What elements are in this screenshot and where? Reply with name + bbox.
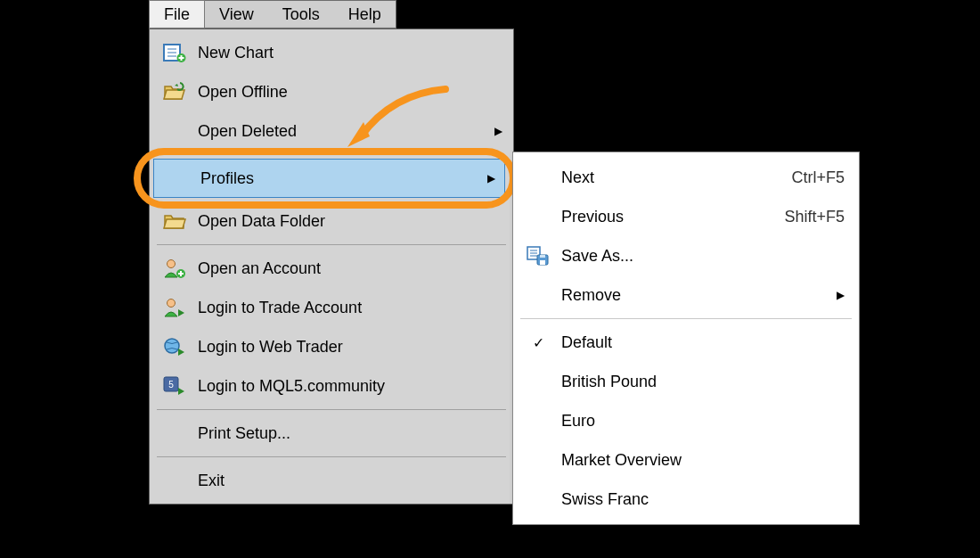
submenu-item-label: British Pound [556, 373, 845, 391]
user-add-icon [157, 258, 192, 279]
keyboard-shortcut: Shift+F5 [784, 208, 845, 226]
menu-view[interactable]: View [205, 1, 268, 28]
menu-separator [520, 318, 852, 319]
file-dropdown: New Chart Open Offline Open Deleted ▶ Op… [149, 29, 514, 505]
submenu-item-save-as[interactable]: Save As... [515, 236, 857, 275]
menu-item-label: Open an Account [192, 259, 502, 278]
submenu-item-label: Next [556, 168, 791, 187]
submenu-item-label: Market Overview [556, 451, 845, 470]
menubar: File View Tools Help [149, 0, 396, 29]
submenu-profile-swiss-franc[interactable]: Swiss Franc [515, 480, 857, 519]
svg-point-8 [165, 339, 179, 353]
menu-item-open-data-folder[interactable]: Open Data Folder [151, 201, 511, 241]
submenu-arrow-icon: ▶ [494, 125, 502, 137]
menu-item-label: Open Offline [192, 83, 502, 102]
submenu-item-label: Default [556, 333, 845, 352]
menu-item-login-trade[interactable]: Login to Trade Account [151, 288, 511, 327]
submenu-item-label: Save As... [556, 247, 845, 266]
submenu-item-remove[interactable]: Remove ▶ [515, 275, 857, 315]
mql5-icon: 5 [157, 375, 192, 397]
menu-view-label: View [219, 5, 254, 24]
submenu-profile-british-pound[interactable]: British Pound [515, 362, 857, 401]
keyboard-shortcut: Ctrl+F5 [791, 168, 845, 187]
menu-item-open-account[interactable]: Open an Account [151, 249, 511, 288]
menu-item-label: Profiles [195, 169, 487, 188]
menu-item-new-chart[interactable]: New Chart [151, 33, 511, 72]
menu-item-print-setup[interactable]: Print Setup... [151, 414, 511, 453]
new-chart-icon [157, 42, 192, 63]
folder-icon [157, 210, 192, 232]
profiles-submenu: Next Ctrl+F5 Previous Shift+F5 Save As..… [512, 152, 860, 525]
menu-item-exit[interactable]: Exit [151, 461, 511, 500]
menu-item-profiles[interactable]: Profiles ▶ [153, 159, 505, 198]
menu-item-label: Open Data Folder [192, 212, 502, 231]
submenu-item-previous[interactable]: Previous Shift+F5 [515, 197, 857, 236]
submenu-item-label: Remove [556, 286, 837, 305]
checkmark-icon: ✓ [520, 334, 556, 351]
menu-item-open-offline[interactable]: Open Offline [151, 72, 511, 111]
menu-separator [157, 456, 506, 457]
submenu-profile-market-overview[interactable]: Market Overview [515, 440, 857, 480]
menu-item-label: Login to Web Trader [192, 338, 502, 357]
submenu-arrow-icon: ▶ [837, 289, 845, 301]
menu-separator [157, 409, 506, 410]
menu-tools-label: Tools [282, 5, 320, 24]
submenu-item-label: Euro [556, 412, 845, 431]
submenu-profile-default[interactable]: ✓ Default [515, 323, 857, 362]
submenu-item-label: Swiss Franc [556, 490, 845, 509]
menu-help-label: Help [348, 5, 381, 24]
menu-item-label: Login to Trade Account [192, 299, 502, 317]
submenu-item-label: Previous [556, 208, 784, 226]
menu-tools[interactable]: Tools [268, 1, 334, 28]
menu-item-login-web[interactable]: Login to Web Trader [151, 327, 511, 366]
menu-file[interactable]: File [149, 0, 205, 29]
menu-item-label: Exit [192, 472, 502, 490]
svg-point-5 [167, 260, 176, 268]
folder-open-icon [157, 81, 192, 103]
svg-rect-16 [540, 260, 545, 265]
menu-item-label: Open Deleted [192, 122, 494, 141]
menu-item-open-deleted[interactable]: Open Deleted ▶ [151, 111, 511, 151]
menu-help[interactable]: Help [334, 1, 396, 28]
submenu-profile-euro[interactable]: Euro [515, 401, 857, 440]
user-arrow-icon [157, 297, 192, 318]
submenu-arrow-icon: ▶ [487, 172, 495, 185]
svg-rect-17 [540, 255, 545, 258]
submenu-item-next[interactable]: Next Ctrl+F5 [515, 158, 857, 197]
svg-text:5: 5 [168, 380, 174, 390]
save-profile-icon [520, 245, 556, 267]
menu-item-label: Login to MQL5.community [192, 377, 502, 396]
menu-item-label: Print Setup... [192, 424, 502, 443]
menu-file-label: File [164, 5, 190, 24]
menu-separator [157, 244, 506, 245]
menu-item-login-mql5[interactable]: 5 Login to MQL5.community [151, 366, 511, 406]
svg-point-7 [167, 300, 176, 308]
globe-arrow-icon [157, 336, 192, 357]
menu-item-label: New Chart [192, 44, 502, 62]
